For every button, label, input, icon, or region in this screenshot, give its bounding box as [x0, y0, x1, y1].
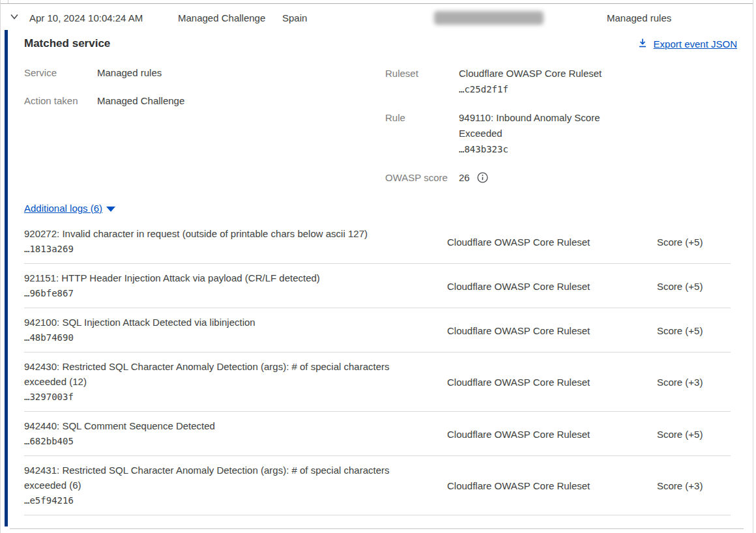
log-rule-hash: …48b74690	[24, 330, 424, 346]
rule-value: 949110: Inbound Anomaly Score Exceeded	[459, 112, 600, 139]
ruleset-label: Ruleset	[385, 66, 459, 97]
log-rule-description: 942100: SQL Injection Attack Detected vi…	[24, 315, 424, 330]
log-rule-hash: …e5f94216	[24, 493, 424, 509]
action-taken-field: Action taken Managed Challenge	[24, 94, 184, 108]
rule-id-hash: …843b323c	[459, 141, 618, 157]
log-score: Score (+5)	[657, 226, 703, 257]
events-table-frame: Apr 10, 2024 10:04:24 AM Managed Challen…	[0, 0, 753, 533]
log-ruleset-name: Cloudflare OWASP Core Ruleset	[447, 226, 657, 257]
service-label: Service	[24, 66, 97, 80]
log-row: 942440: SQL Comment Sequence Detected …6…	[24, 412, 731, 456]
additional-logs-list: 920272: Invalid character in request (ou…	[24, 220, 731, 515]
ruleset-id-hash: …c25d2f1f	[459, 81, 618, 97]
log-row: 942431: Restricted SQL Character Anomaly…	[24, 456, 731, 515]
ruleset-value: Cloudflare OWASP Core Ruleset	[459, 68, 602, 79]
log-rule-description: 921151: HTTP Header Injection Attack via…	[24, 270, 424, 285]
log-rule-description: 942440: SQL Comment Sequence Detected	[24, 418, 424, 433]
log-score: Score (+3)	[657, 359, 703, 405]
event-row[interactable]: Apr 10, 2024 10:04:24 AM Managed Challen…	[1, 3, 753, 29]
log-ruleset-name: Cloudflare OWASP Core Ruleset	[447, 270, 657, 302]
log-row: 921151: HTTP Header Injection Attack via…	[24, 264, 731, 308]
log-rule-description: 942430: Restricted SQL Character Anomaly…	[24, 359, 424, 389]
info-icon[interactable]	[477, 172, 488, 188]
owasp-score-field: OWASP score 26	[385, 170, 618, 186]
log-rule-description: 942431: Restricted SQL Character Anomaly…	[24, 463, 424, 493]
log-row: 942100: SQL Injection Attack Detected vi…	[24, 308, 731, 353]
event-country: Spain	[282, 12, 307, 23]
action-taken-label: Action taken	[24, 94, 97, 108]
chevron-down-icon[interactable]	[8, 12, 20, 24]
log-rule-description: 920272: Invalid character in request (ou…	[24, 226, 424, 241]
log-score: Score (+5)	[657, 315, 703, 346]
event-service: Managed rules	[607, 12, 671, 23]
log-rule-hash: …3297003f	[24, 389, 424, 405]
export-event-json-link[interactable]: Export event JSON	[637, 38, 737, 50]
owasp-score-value: 26	[459, 170, 470, 186]
event-action: Managed Challenge	[178, 12, 265, 23]
log-row: 920272: Invalid character in request (ou…	[24, 220, 731, 264]
log-rule-hash: …96bfe867	[24, 285, 424, 302]
event-timestamp: Apr 10, 2024 10:04:24 AM	[29, 12, 143, 23]
log-score: Score (+5)	[657, 418, 703, 450]
redacted-hostname	[434, 11, 544, 25]
action-taken-value: Managed Challenge	[97, 94, 184, 108]
ruleset-field: Ruleset Cloudflare OWASP Core Ruleset …c…	[385, 66, 618, 97]
log-ruleset-name: Cloudflare OWASP Core Ruleset	[447, 463, 657, 509]
owasp-score-label: OWASP score	[385, 170, 459, 186]
service-field: Service Managed rules	[24, 66, 184, 80]
download-icon	[637, 38, 648, 50]
matched-service-title: Matched service	[24, 37, 110, 50]
rule-label: Rule	[385, 110, 459, 157]
next-row-divider	[10, 528, 744, 529]
log-ruleset-name: Cloudflare OWASP Core Ruleset	[447, 359, 657, 405]
log-ruleset-name: Cloudflare OWASP Core Ruleset	[447, 315, 657, 346]
log-row: 942430: Restricted SQL Character Anomaly…	[24, 353, 731, 412]
log-rule-hash: …1813a269	[24, 241, 424, 257]
log-score: Score (+5)	[657, 270, 703, 302]
rule-field: Rule 949110: Inbound Anomaly Score Excee…	[385, 110, 618, 157]
matched-service-right-column: Ruleset Cloudflare OWASP Core Ruleset …c…	[385, 66, 618, 199]
caret-down-icon	[106, 207, 115, 212]
additional-logs-toggle[interactable]: Additional logs (6)	[24, 202, 115, 214]
log-rule-hash: …682bb405	[24, 433, 424, 450]
log-score: Score (+3)	[657, 463, 703, 509]
service-value: Managed rules	[97, 66, 162, 80]
log-ruleset-name: Cloudflare OWASP Core Ruleset	[447, 418, 657, 450]
additional-logs-label: Additional logs (6)	[24, 202, 102, 214]
export-event-json-label: Export event JSON	[654, 38, 737, 50]
matched-service-left-column: Service Managed rules Action taken Manag…	[24, 66, 184, 122]
event-detail-panel: Matched service Export event JSON Servic…	[1, 29, 754, 529]
